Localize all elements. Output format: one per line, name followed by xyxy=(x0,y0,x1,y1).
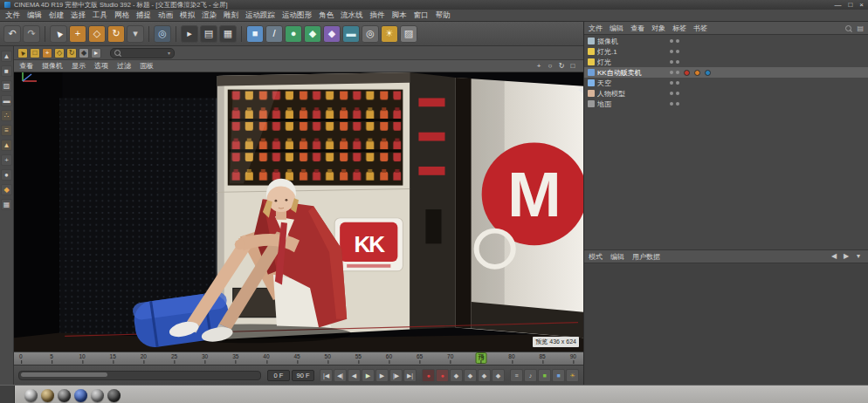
object-manager-menu-item-2[interactable]: 编辑 xyxy=(610,24,623,33)
menu-item-12[interactable]: 运动跟踪 xyxy=(245,10,275,21)
editor-visibility-dot[interactable] xyxy=(670,60,673,64)
history-button[interactable]: ▾ xyxy=(853,251,864,262)
cube-primitive-button[interactable]: ■ xyxy=(246,25,264,43)
sound-toggle-button[interactable]: ♪ xyxy=(524,369,537,382)
render-visibility-dot[interactable] xyxy=(676,50,679,53)
move-shortcut-button[interactable]: + xyxy=(42,48,52,58)
texture-mode-button[interactable]: ▨ xyxy=(1,80,12,92)
material-tag-icon[interactable] xyxy=(684,70,690,76)
attribute-tab-3[interactable]: 用户数据 xyxy=(632,252,660,262)
material-sphere-2[interactable] xyxy=(41,389,54,402)
pan-view-button[interactable]: + xyxy=(534,61,544,72)
play-button[interactable]: ▶ xyxy=(362,369,375,382)
timeline-ruler[interactable]: 75 051015202530354045505560657075808590 xyxy=(14,352,583,365)
menu-item-4[interactable]: 选择 xyxy=(71,10,86,21)
enable-axis-button[interactable]: + xyxy=(1,154,12,166)
editor-visibility-dot[interactable] xyxy=(670,50,673,53)
render-visibility-dot[interactable] xyxy=(676,102,679,106)
object-row-3[interactable]: 灯光 xyxy=(584,57,868,67)
menu-item-1[interactable]: 文件 xyxy=(5,10,20,21)
menu-item-16[interactable]: 插件 xyxy=(370,10,385,21)
back-button[interactable]: ◀ xyxy=(829,251,839,262)
end-frame-field[interactable]: 90 F xyxy=(292,370,314,381)
render-view-button[interactable]: ▸ xyxy=(181,25,198,43)
attribute-tab-2[interactable]: 编辑 xyxy=(610,252,624,262)
viewport-menu-item-2[interactable]: 摄像机 xyxy=(42,61,63,71)
material-sphere-5[interactable] xyxy=(91,389,104,402)
render-visibility-dot[interactable] xyxy=(676,92,679,95)
next-key-button[interactable]: |▶ xyxy=(389,369,403,382)
environment-floor-button[interactable]: ▬ xyxy=(342,25,360,43)
playback-mode-button[interactable]: ≡ xyxy=(510,369,523,382)
scale-shortcut-button[interactable]: ◇ xyxy=(54,48,65,58)
menu-item-6[interactable]: 网格 xyxy=(114,10,129,21)
record-scale-button[interactable]: ◆ xyxy=(464,369,477,382)
editor-visibility-dot[interactable] xyxy=(670,71,673,74)
editor-visibility-dot[interactable] xyxy=(670,92,673,95)
editor-visibility-dot[interactable] xyxy=(670,102,673,106)
rotate-view-button[interactable]: ↻ xyxy=(556,61,567,72)
object-manager-menu-item-4[interactable]: 对象 xyxy=(651,24,665,33)
menu-item-2[interactable]: 编辑 xyxy=(27,10,42,21)
viewport-canvas[interactable]: KK xyxy=(14,72,583,352)
autokey-button[interactable]: ● xyxy=(436,369,449,382)
texture-view-toggle-button[interactable]: ■ xyxy=(552,369,565,382)
live-selection-button[interactable]: ▲ xyxy=(50,25,67,43)
minimize-button[interactable]: — xyxy=(834,1,841,9)
forward-button[interactable]: ▶ xyxy=(841,251,851,262)
menu-item-5[interactable]: 工具 xyxy=(93,10,107,21)
undo-button[interactable]: ↶ xyxy=(3,25,21,43)
rotate-tool-button[interactable]: ↻ xyxy=(107,25,125,43)
polygons-mode-button[interactable]: ▲ xyxy=(1,140,12,151)
viewport-menu-item-6[interactable]: 面板 xyxy=(140,61,154,71)
viewport-menu-item-5[interactable]: 过滤 xyxy=(117,61,131,71)
object-manager-menu-item-6[interactable]: 书签 xyxy=(693,24,707,33)
prev-frame-button[interactable]: ◀ xyxy=(348,369,361,382)
camera-button[interactable]: ◎ xyxy=(362,25,379,43)
deformer-button[interactable]: ◆ xyxy=(323,25,341,43)
range-handle[interactable] xyxy=(21,372,107,377)
render-visibility-dot[interactable] xyxy=(676,81,679,85)
viewport-menu-item-3[interactable]: 显示 xyxy=(72,61,86,71)
workplane-mode-button[interactable]: ▬ xyxy=(1,95,12,106)
spline-pen-button[interactable]: / xyxy=(265,25,283,43)
object-search-icon[interactable] xyxy=(845,25,851,31)
irr-quality-slider[interactable] xyxy=(578,86,583,93)
material-tag-icon[interactable] xyxy=(705,70,711,76)
object-row-6[interactable]: 人物模型 xyxy=(584,88,868,99)
menu-item-11[interactable]: 雕刻 xyxy=(224,10,238,21)
record-keyframe-button[interactable]: ● xyxy=(422,369,435,382)
scale-tool-button[interactable]: ◇ xyxy=(88,25,106,43)
layer-filter-icon[interactable]: ▤ xyxy=(857,24,864,32)
object-manager-menu-item-1[interactable]: 文件 xyxy=(589,24,603,33)
menu-item-8[interactable]: 动画 xyxy=(158,10,173,21)
light-button[interactable]: ☀ xyxy=(381,25,398,43)
render-shortcut-button[interactable]: ▸ xyxy=(91,48,101,58)
menu-item-13[interactable]: 运动图形 xyxy=(282,10,312,21)
start-frame-field[interactable]: 0 F xyxy=(267,370,290,381)
snap-shortcut-button[interactable]: ◆ xyxy=(79,48,89,58)
live-selection-shortcut-button[interactable]: ▲ xyxy=(17,48,28,58)
material-sphere-3[interactable] xyxy=(58,389,71,402)
filter-field[interactable]: ▾ xyxy=(110,48,175,58)
menu-item-19[interactable]: 帮助 xyxy=(436,10,451,21)
workplane-snap-button[interactable]: ▦ xyxy=(1,199,12,210)
render-visibility-dot[interactable] xyxy=(676,60,679,64)
goto-start-button[interactable]: |◀ xyxy=(320,369,333,382)
close-button[interactable]: × xyxy=(859,1,864,9)
editor-visibility-dot[interactable] xyxy=(670,81,673,85)
menu-item-10[interactable]: 渲染 xyxy=(202,10,217,21)
editor-visibility-dot[interactable] xyxy=(670,39,673,43)
light-toggle-button[interactable]: ☀ xyxy=(566,369,579,382)
move-tool-button[interactable]: + xyxy=(69,25,86,43)
menu-item-3[interactable]: 创建 xyxy=(49,10,64,21)
render-settings-button[interactable]: ▦ xyxy=(219,25,237,43)
zoom-view-button[interactable]: ○ xyxy=(545,61,555,72)
goto-end-button[interactable]: ▶| xyxy=(403,369,417,382)
menu-item-17[interactable]: 脚本 xyxy=(392,10,407,21)
rotate-shortcut-button[interactable]: ↻ xyxy=(66,48,77,58)
menu-item-9[interactable]: 模拟 xyxy=(180,10,195,21)
material-sphere-4[interactable] xyxy=(74,389,87,402)
object-manager-menu-item-3[interactable]: 查看 xyxy=(630,24,644,33)
object-manager-menu-item-5[interactable]: 标签 xyxy=(672,24,686,33)
